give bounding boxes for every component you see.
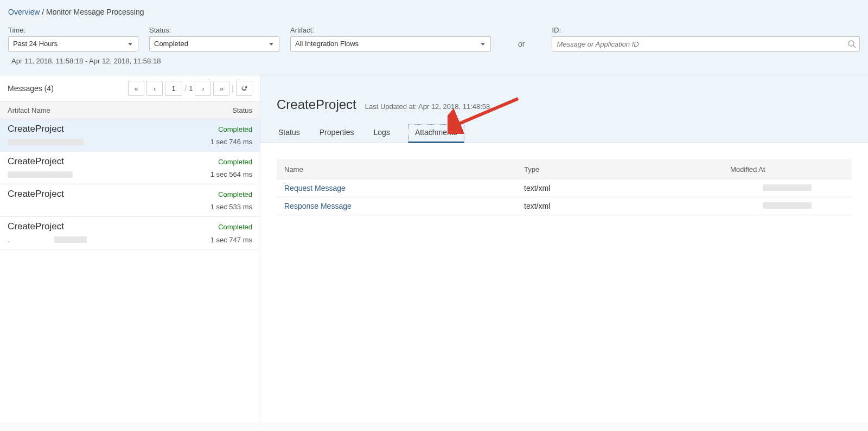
pager-refresh-button[interactable] — [236, 81, 252, 96]
id-search[interactable] — [552, 36, 860, 52]
pager-total: 1 — [189, 85, 193, 93]
redacted-text — [8, 171, 73, 178]
message-status: Completed — [218, 125, 252, 133]
attachment-modified — [730, 184, 844, 192]
attachments-table: Name Type Modified At Request Messagetex… — [260, 143, 868, 215]
tab-properties[interactable]: Properties — [318, 124, 356, 143]
tab-attachments[interactable]: Attachments — [408, 124, 464, 143]
attachment-row: Request Messagetext/xml — [277, 179, 852, 197]
message-list-panel: Messages (4) « ‹ / 1 › » | Artifact Name… — [0, 75, 260, 422]
message-row[interactable]: CreateProjectCompleted1 sec 564 ms — [0, 152, 260, 184]
att-header-name: Name — [284, 165, 524, 173]
date-range-text: Apr 11, 2018, 11:58:18 - Apr 12, 2018, 1… — [8, 57, 860, 65]
pager: « ‹ / 1 › » | — [128, 81, 252, 96]
message-status: Completed — [218, 158, 252, 166]
message-artifact-name: CreateProject — [8, 189, 64, 200]
breadcrumb: Overview / Monitor Message Processing — [8, 8, 860, 16]
artifact-label: Artifact: — [290, 26, 491, 34]
time-select[interactable]: Past 24 Hours — [8, 36, 138, 52]
status-select[interactable]: Completed — [149, 36, 279, 52]
detail-title: CreateProject — [277, 97, 356, 112]
svg-point-0 — [848, 41, 854, 46]
attachment-link[interactable]: Response Message — [284, 202, 352, 210]
pager-first-button[interactable]: « — [128, 81, 144, 96]
redacted-text — [8, 139, 84, 145]
artifact-select[interactable]: All Integration Flows — [290, 36, 491, 52]
breadcrumb-current: Monitor Message Processing — [46, 8, 144, 16]
detail-updated: Last Updated at: Apr 12, 2018, 11:48:58 — [365, 102, 490, 111]
message-duration: 1 sec 746 ms — [210, 138, 252, 146]
pager-prev-button[interactable]: ‹ — [146, 81, 163, 96]
message-duration: 1 sec 533 ms — [210, 203, 252, 211]
att-header-type: Type — [524, 165, 730, 173]
message-row[interactable]: CreateProjectCompleted.1 sec 747 ms — [0, 217, 260, 250]
svg-line-1 — [853, 46, 856, 48]
attachment-type: text/xml — [524, 202, 730, 210]
message-status: Completed — [218, 223, 252, 231]
id-label: ID: — [552, 26, 860, 34]
detail-tabs: StatusPropertiesLogsAttachments — [277, 124, 852, 143]
attachment-link[interactable]: Request Message — [284, 184, 346, 192]
pager-page-input[interactable] — [165, 81, 182, 96]
message-duration: 1 sec 564 ms — [210, 170, 252, 178]
message-status: Completed — [218, 190, 252, 198]
messages-count: Messages (4) — [8, 84, 54, 93]
status-label: Status: — [149, 26, 279, 34]
filter-header: Overview / Monitor Message Processing Ti… — [0, 0, 868, 75]
refresh-icon — [240, 85, 248, 92]
breadcrumb-root-link[interactable]: Overview — [8, 8, 40, 16]
redacted-text — [54, 236, 87, 243]
tab-status[interactable]: Status — [277, 124, 302, 143]
message-artifact-name: CreateProject — [8, 221, 64, 232]
list-header-artifact: Artifact Name — [8, 106, 232, 114]
message-duration: 1 sec 747 ms — [210, 236, 252, 244]
list-header-status: Status — [232, 106, 252, 114]
id-search-input[interactable] — [552, 37, 859, 51]
attachment-row: Response Messagetext/xml — [277, 197, 852, 215]
redacted-text — [763, 184, 812, 191]
pager-next-button[interactable]: › — [195, 81, 211, 96]
pager-last-button[interactable]: » — [213, 81, 229, 96]
message-artifact-name: CreateProject — [8, 124, 64, 134]
tab-logs[interactable]: Logs — [372, 124, 392, 143]
message-row[interactable]: CreateProjectCompleted1 sec 533 ms — [0, 184, 260, 217]
redacted-text — [763, 202, 812, 209]
detail-panel: CreateProject Last Updated at: Apr 12, 2… — [260, 75, 868, 422]
message-row[interactable]: CreateProjectCompleted1 sec 746 ms — [0, 119, 260, 152]
time-label: Time: — [8, 26, 138, 34]
pager-sep: / — [184, 84, 187, 93]
att-header-modified: Modified At — [730, 165, 844, 173]
search-icon — [847, 40, 856, 48]
or-label: or — [502, 40, 541, 48]
attachment-type: text/xml — [524, 184, 730, 192]
attachment-modified — [730, 202, 844, 210]
message-artifact-name: CreateProject — [8, 156, 64, 167]
